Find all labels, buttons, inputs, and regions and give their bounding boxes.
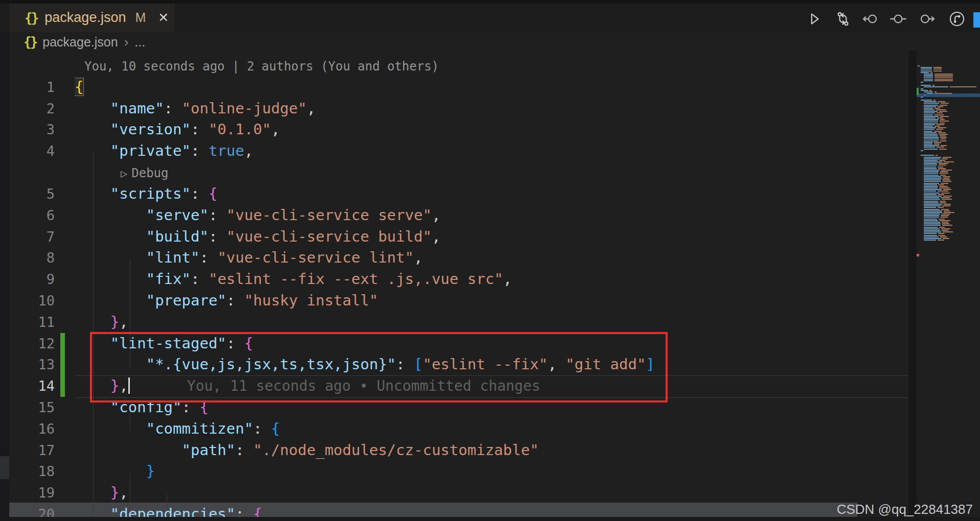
minimap-value-bar bbox=[933, 67, 942, 68]
line-number[interactable]: 11 bbox=[9, 312, 55, 333]
line-number[interactable]: 17 bbox=[9, 440, 55, 461]
code-content[interactable]: "serve": "vue-cli-service serve", bbox=[75, 205, 908, 226]
code-content[interactable]: "scripts": { bbox=[75, 183, 908, 205]
code-content[interactable]: }, bbox=[75, 312, 908, 333]
code-line-14[interactable]: 14 },You, 11 seconds ago • Uncommitted c… bbox=[9, 375, 908, 397]
code-line-7[interactable]: 7 "build": "vue-cli-service build", bbox=[9, 226, 908, 248]
code-content[interactable]: You, 10 seconds ago | 2 authors (You and… bbox=[75, 55, 908, 77]
line-number[interactable]: 14 bbox=[9, 375, 55, 397]
run-icon[interactable] bbox=[805, 10, 823, 28]
debug-codelens[interactable]: ▷Debug bbox=[75, 166, 169, 180]
code-token: [ bbox=[414, 356, 422, 373]
lens-row[interactable]: You, 10 seconds ago | 2 authors (You and… bbox=[9, 55, 908, 77]
code-token: , bbox=[431, 228, 440, 245]
minimap-line bbox=[917, 114, 980, 115]
minimap[interactable] bbox=[917, 65, 980, 521]
code-content[interactable]: "config": { bbox=[75, 397, 908, 418]
code-editor[interactable]: You, 10 seconds ago | 2 authors (You and… bbox=[9, 55, 908, 521]
code-token: : bbox=[396, 356, 414, 373]
next-change-icon[interactable] bbox=[918, 10, 936, 28]
code-content[interactable]: "prepare": "husky install" bbox=[75, 290, 908, 312]
line-number[interactable]: 1 bbox=[9, 77, 55, 98]
code-line-11[interactable]: 11 }, bbox=[9, 312, 908, 333]
gitlens-graph-icon[interactable] bbox=[948, 10, 966, 28]
line-number[interactable]: 3 bbox=[9, 119, 55, 140]
line-number[interactable]: 2 bbox=[9, 98, 55, 120]
breadcrumb-ellipsis[interactable]: ... bbox=[134, 35, 145, 50]
code-line-16[interactable]: 16 "commitizen": { bbox=[9, 418, 908, 440]
code-token bbox=[75, 441, 182, 459]
code-content[interactable]: { bbox=[75, 77, 908, 98]
code-content[interactable]: "lint-staged": { bbox=[75, 333, 908, 354]
code-line-8[interactable]: 8 "lint": "vue-cli-service lint", bbox=[9, 247, 908, 269]
code-line-15[interactable]: 15 "config": { bbox=[9, 397, 908, 418]
code-content[interactable]: "path": "./node_modules/cz-customizable" bbox=[75, 440, 908, 461]
code-line-1[interactable]: 1{ bbox=[9, 77, 908, 98]
minimap-key-bar bbox=[924, 137, 939, 138]
code-line-10[interactable]: 10 "prepare": "husky install" bbox=[9, 290, 908, 312]
code-line-3[interactable]: 3 "version": "0.1.0", bbox=[9, 119, 908, 140]
gitlens-codelens[interactable]: You, 10 seconds ago | 2 authors (You and… bbox=[75, 59, 439, 74]
minimap-value-bar bbox=[939, 164, 946, 165]
minimap-key-bar bbox=[924, 147, 935, 148]
compare-changes-icon[interactable] bbox=[834, 10, 852, 28]
code-content[interactable]: "fix": "eslint --fix --ext .js,.vue src"… bbox=[75, 269, 908, 290]
line-number[interactable]: 15 bbox=[9, 397, 55, 418]
line-number[interactable]: 18 bbox=[9, 461, 55, 482]
code-content[interactable]: },You, 11 seconds ago • Uncommitted chan… bbox=[75, 375, 908, 397]
code-content[interactable]: "lint": "vue-cli-service lint", bbox=[75, 247, 908, 269]
line-number[interactable]: 8 bbox=[9, 247, 55, 269]
code-line-5[interactable]: 5 "scripts": { bbox=[9, 183, 908, 205]
code-content[interactable]: "private": true, bbox=[75, 140, 908, 162]
minimap-value-bar bbox=[933, 68, 942, 69]
code-content[interactable]: "name": "online-judge", bbox=[75, 98, 908, 120]
line-number[interactable]: 4 bbox=[9, 140, 55, 162]
code-line-12[interactable]: 12 "lint-staged": { bbox=[9, 333, 908, 354]
code-line-17[interactable]: 17 "path": "./node_modules/cz-customizab… bbox=[9, 440, 908, 461]
code-line-13[interactable]: 13 "*.{vue,js,jsx,ts,tsx,json}": ["eslin… bbox=[9, 354, 908, 375]
code-token: { bbox=[199, 398, 208, 416]
code-line-18[interactable]: 18 } bbox=[9, 461, 908, 482]
minimap-value-bar bbox=[933, 100, 936, 101]
code-content[interactable]: }, bbox=[75, 482, 908, 504]
line-number[interactable]: 6 bbox=[9, 205, 55, 226]
tab-package-json[interactable]: {} package.json M ✕ bbox=[9, 4, 175, 32]
code-token: { bbox=[209, 185, 217, 202]
minimap-value-bar bbox=[938, 240, 944, 241]
close-icon[interactable]: ✕ bbox=[158, 10, 169, 25]
code-line-19[interactable]: 19 }, bbox=[9, 482, 908, 504]
line-number[interactable]: 7 bbox=[9, 226, 55, 248]
minimap-line bbox=[917, 191, 980, 192]
line-number[interactable]: 9 bbox=[9, 269, 55, 290]
minimap-line bbox=[917, 212, 980, 213]
line-number[interactable]: 5 bbox=[9, 183, 55, 205]
code-content[interactable]: "build": "vue-cli-service build", bbox=[75, 226, 908, 248]
minimap-value-bar bbox=[941, 217, 947, 218]
line-number[interactable]: 16 bbox=[9, 418, 55, 440]
line-number[interactable]: 19 bbox=[9, 482, 55, 504]
code-token: "prepare" bbox=[146, 292, 226, 309]
code-content[interactable]: "version": "0.1.0", bbox=[75, 119, 908, 140]
line-number[interactable]: 10 bbox=[9, 290, 55, 312]
debug-row[interactable]: ▷Debug bbox=[9, 162, 908, 183]
minimap-key-bar bbox=[924, 160, 938, 161]
line-number[interactable]: 12 bbox=[9, 333, 55, 354]
breadcrumb-file[interactable]: package.json bbox=[42, 35, 118, 50]
code-content[interactable]: ▷Debug bbox=[75, 162, 908, 183]
minimap-line bbox=[917, 181, 980, 182]
code-line-2[interactable]: 2 "name": "online-judge", bbox=[9, 98, 908, 120]
code-line-4[interactable]: 4 "private": true, bbox=[9, 140, 908, 162]
code-token bbox=[75, 206, 146, 224]
code-content[interactable]: "commitizen": { bbox=[75, 418, 908, 440]
code-content[interactable]: } bbox=[75, 461, 908, 482]
previous-change-icon[interactable] bbox=[862, 10, 879, 28]
code-content[interactable]: "*.{vue,js,jsx,ts,tsx,json}": ["eslint -… bbox=[75, 354, 908, 375]
change-icon[interactable] bbox=[890, 10, 907, 28]
minimap-key-bar bbox=[924, 179, 941, 180]
code-line-6[interactable]: 6 "serve": "vue-cli-service serve", bbox=[9, 205, 908, 226]
code-line-9[interactable]: 9 "fix": "eslint --fix --ext .js,.vue sr… bbox=[9, 269, 908, 290]
minimap-value-bar bbox=[941, 215, 949, 216]
line-number[interactable]: 13 bbox=[9, 354, 55, 375]
left-scroll-thumb[interactable] bbox=[0, 456, 9, 479]
split-editor-icon-partial[interactable] bbox=[973, 12, 980, 28]
